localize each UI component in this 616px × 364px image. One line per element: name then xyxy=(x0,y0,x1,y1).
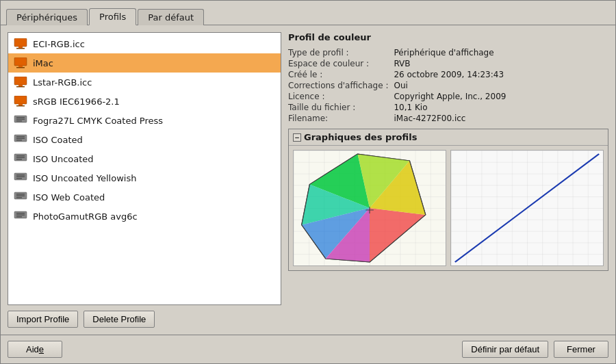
graphs-header: − Graphiques des profils xyxy=(289,129,608,146)
aide-button[interactable]: Aide xyxy=(8,341,62,358)
bottom-bar: Aide Définir par défaut Fermer xyxy=(1,335,615,363)
tone-curve-chart xyxy=(450,150,604,266)
delete-profile-button[interactable]: Delete Profile xyxy=(84,311,155,328)
svg-rect-25 xyxy=(16,174,25,176)
svg-rect-11 xyxy=(16,105,25,107)
svg-rect-9 xyxy=(14,96,27,104)
aide-label: Aide xyxy=(26,344,44,354)
gamut-chart xyxy=(293,150,446,266)
graphs-section: − Graphiques des profils xyxy=(288,129,608,271)
info-key-5: Taille du fichier : xyxy=(288,103,388,112)
svg-rect-3 xyxy=(14,57,27,66)
printer-icon xyxy=(14,192,27,203)
info-value-4: Copyright Apple, Inc., 2009 xyxy=(394,92,608,101)
svg-rect-29 xyxy=(16,194,25,195)
info-key-1: Espace de couleur : xyxy=(288,59,388,68)
printer-icon xyxy=(14,115,27,126)
left-panel: ECI-RGB.icc iMac xyxy=(8,32,281,328)
svg-rect-34 xyxy=(16,215,25,216)
svg-rect-8 xyxy=(16,86,25,88)
info-value-0: Périphérique d'affichage xyxy=(394,48,608,57)
info-key-4: Licence : xyxy=(288,92,388,101)
list-item[interactable]: ISO Uncoated xyxy=(8,149,281,168)
tab-profils[interactable]: Profils xyxy=(89,8,136,25)
svg-rect-1 xyxy=(18,47,23,48)
info-table: Type de profil : Périphérique d'affichag… xyxy=(288,48,608,123)
svg-rect-33 xyxy=(16,213,25,214)
svg-rect-26 xyxy=(16,177,25,178)
list-item[interactable]: ISO Web Coated xyxy=(8,187,281,207)
svg-rect-2 xyxy=(16,48,25,49)
printer-icon xyxy=(14,153,27,164)
monitor-icon xyxy=(14,77,27,88)
collapse-button[interactable]: − xyxy=(293,133,301,142)
monitor-icon xyxy=(14,57,27,68)
list-item[interactable]: PhotoGamutRGB avg6c xyxy=(8,207,281,226)
svg-rect-6 xyxy=(14,77,27,85)
list-item[interactable]: iMac xyxy=(8,53,281,73)
list-item[interactable]: Lstar-RGB.icc xyxy=(8,73,281,92)
printer-icon xyxy=(14,172,27,183)
info-key-0: Type de profil : xyxy=(288,48,388,57)
info-value-1: RVB xyxy=(394,59,608,68)
tab-bar: Périphériques Profils Par défaut xyxy=(1,1,615,25)
svg-rect-15 xyxy=(16,120,22,122)
svg-rect-19 xyxy=(16,140,22,141)
info-key-6: Filename: xyxy=(288,114,388,123)
svg-rect-4 xyxy=(18,66,23,67)
left-buttons: Import Profile Delete Profile xyxy=(8,311,281,328)
list-item[interactable]: Fogra27L CMYK Coated Press xyxy=(8,111,281,130)
right-panel: Profil de couleur Type de profil : Périp… xyxy=(288,32,608,328)
info-key-2: Créé le : xyxy=(288,70,388,79)
tab-pardefaut[interactable]: Par défaut xyxy=(138,9,204,25)
svg-rect-0 xyxy=(14,38,27,47)
monitor-icon xyxy=(14,96,27,107)
list-item[interactable]: ISO Uncoated Yellowish xyxy=(8,168,281,187)
printer-icon xyxy=(14,134,27,145)
info-value-3: Oui xyxy=(394,81,608,90)
svg-rect-13 xyxy=(16,117,25,118)
info-key-3: Corrections d'affichage : xyxy=(288,81,388,90)
monitor-icon xyxy=(14,38,27,49)
svg-rect-18 xyxy=(16,138,25,140)
svg-rect-21 xyxy=(16,155,25,157)
svg-rect-35 xyxy=(16,216,22,218)
color-profile-title: Profil de couleur xyxy=(288,32,608,42)
svg-rect-22 xyxy=(16,157,25,159)
list-item[interactable]: ISO Coated xyxy=(8,130,281,149)
list-item[interactable]: sRGB IEC61966-2.1 xyxy=(8,92,281,111)
graphs-title: Graphiques des profils xyxy=(304,132,417,142)
svg-rect-27 xyxy=(16,178,22,179)
info-value-6: iMac-4272F00.icc xyxy=(394,114,608,123)
content-area: ECI-RGB.icc iMac xyxy=(1,25,615,335)
svg-rect-23 xyxy=(16,159,22,160)
svg-rect-31 xyxy=(16,197,22,198)
svg-rect-30 xyxy=(16,196,25,197)
main-window: Périphériques Profils Par défaut xyxy=(0,0,616,364)
definir-par-defaut-button[interactable]: Définir par défaut xyxy=(462,341,548,358)
color-profile-info: Profil de couleur Type de profil : Périp… xyxy=(288,32,608,123)
fermer-button[interactable]: Fermer xyxy=(554,341,608,358)
bottom-right-buttons: Définir par défaut Fermer xyxy=(462,341,608,358)
list-item[interactable]: ECI-RGB.icc xyxy=(8,34,281,53)
info-value-2: 26 octobre 2009, 14:23:43 xyxy=(394,70,608,79)
svg-rect-17 xyxy=(16,136,25,138)
svg-rect-7 xyxy=(18,85,23,86)
import-profile-button[interactable]: Import Profile xyxy=(8,311,78,328)
svg-rect-5 xyxy=(16,67,25,68)
profile-list[interactable]: ECI-RGB.icc iMac xyxy=(8,32,281,305)
graphs-content xyxy=(289,146,608,270)
info-value-5: 10,1 Kio xyxy=(394,103,608,112)
printer-icon xyxy=(14,211,27,222)
svg-rect-14 xyxy=(16,119,25,120)
tab-peripheriques[interactable]: Périphériques xyxy=(6,9,88,25)
svg-rect-10 xyxy=(18,104,23,105)
